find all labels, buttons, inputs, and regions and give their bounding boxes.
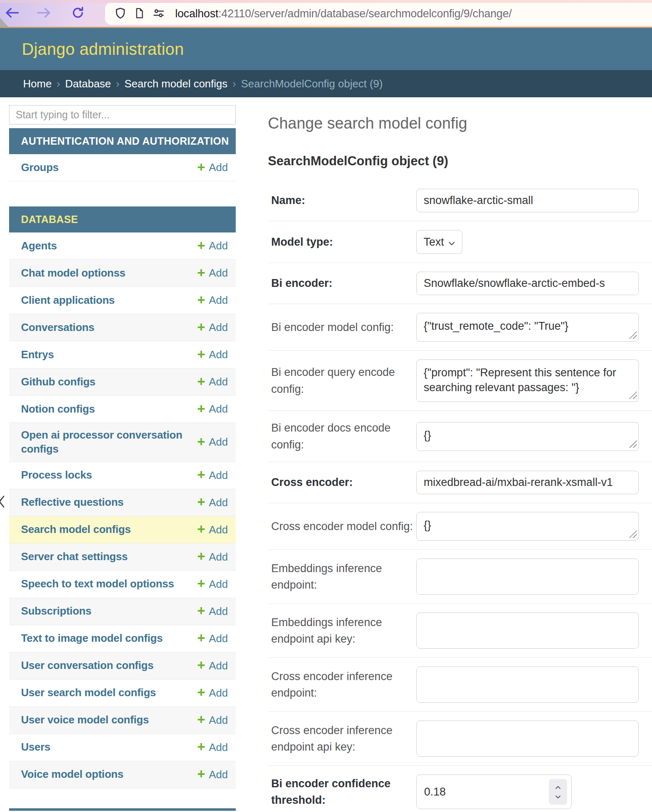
sidebar-model-link[interactable]: Chat model optionss <box>21 261 125 286</box>
model-type-label: Model type: <box>268 234 413 251</box>
sidebar-add-link[interactable]: +Add <box>197 161 228 174</box>
sidebar-item: Entrys +Add <box>9 341 236 368</box>
form-row: Cross encoder inference endpoint api key… <box>268 712 652 766</box>
sidebar-item: Client applications +Add <box>9 287 236 314</box>
sidebar-add-link[interactable]: +Add <box>197 469 228 482</box>
sidebar-add-link[interactable]: +Add <box>197 375 228 388</box>
sidebar-add-link[interactable]: +Add <box>197 239 228 252</box>
browser-back-button[interactable] <box>2 0 21 27</box>
plus-icon: + <box>197 768 205 780</box>
sidebar-model-link[interactable]: Agents <box>21 234 57 258</box>
plus-icon: + <box>197 605 205 617</box>
plus-icon: + <box>197 436 205 448</box>
plus-icon: + <box>197 161 205 174</box>
sidebar-model-link[interactable]: Users <box>21 735 50 760</box>
sidebar-model-link[interactable]: Github configs <box>21 370 96 394</box>
sidebar-add-link[interactable]: +Add <box>197 551 228 563</box>
sidebar-model-link[interactable]: Open ai processor conversation configs <box>21 423 183 462</box>
cross-encoder-inference-endpoint-api-key-input[interactable] <box>416 720 639 757</box>
spinner-up-icon[interactable] <box>555 784 561 791</box>
cross-encoder-input[interactable] <box>416 471 639 494</box>
sidebar-add-link[interactable]: +Add <box>197 714 228 727</box>
embeddings-inference-endpoint-api-key-input[interactable] <box>416 613 639 649</box>
breadcrumb-database-link[interactable]: Database <box>65 77 111 90</box>
sidebar-add-link[interactable]: +Add <box>197 687 228 699</box>
site-title-link[interactable]: Django administration <box>22 40 184 59</box>
sidebar-add-link[interactable]: +Add <box>197 741 228 754</box>
bi-encoder-confidence-threshold-input[interactable] <box>416 774 572 809</box>
sidebar-model-link[interactable]: Search model configs <box>21 517 131 542</box>
sidebar-add-link[interactable]: +Add <box>197 578 228 591</box>
sidebar-empty-row <box>9 181 236 207</box>
browser-chrome: localhost:42110/server/admin/database/se… <box>0 0 652 28</box>
sidebar-add-link[interactable]: +Add <box>197 348 228 361</box>
sidebar-add-link[interactable]: +Add <box>197 632 228 645</box>
back-arrow-icon <box>4 7 20 21</box>
sidebar-model-link[interactable]: Subscriptions <box>21 599 91 624</box>
bi-encoder-input[interactable] <box>416 272 639 295</box>
browser-forward-button[interactable] <box>35 0 54 27</box>
sidebar-add-link[interactable]: +Add <box>197 605 228 618</box>
sidebar-add-link[interactable]: +Add <box>197 321 228 334</box>
number-spinner[interactable] <box>549 779 567 805</box>
sidebar-sections: AUTHENTICATION AND AUTHORIZATION Groups … <box>9 128 236 789</box>
form-row: Bi encoder model config: <box>268 304 652 351</box>
spinner-down-icon[interactable] <box>555 793 561 800</box>
bi-encoder-model-config-textarea[interactable] <box>416 313 639 342</box>
url-bar[interactable]: localhost:42110/server/admin/database/se… <box>105 3 652 25</box>
cross-encoder-inference-endpoint-input[interactable] <box>416 666 639 703</box>
sidebar-item: Github configs +Add <box>9 368 236 396</box>
sidebar-model-link[interactable]: User conversation configs <box>21 653 154 678</box>
breadcrumb-search-model-configs-link[interactable]: Search model configs <box>124 77 227 90</box>
sidebar-model-link[interactable]: User voice model configs <box>21 708 149 732</box>
sidebar-add-link[interactable]: +Add <box>197 496 228 509</box>
cross-encoder-model-config-textarea[interactable] <box>416 512 639 541</box>
sidebar-filter-input[interactable] <box>9 105 236 124</box>
plus-icon: + <box>197 577 205 590</box>
sidebar-model-link[interactable]: Groups <box>21 155 59 180</box>
form-row: Name: <box>268 180 652 221</box>
page-info-icon[interactable] <box>134 7 145 21</box>
sidebar-model-link[interactable]: Entrys <box>21 343 54 367</box>
sidebar-model-link[interactable]: Server chat settingss <box>21 544 128 569</box>
sidebar-model-link[interactable]: Conversations <box>21 315 94 340</box>
plus-icon: + <box>197 550 205 563</box>
browser-refresh-button[interactable] <box>68 0 87 27</box>
url-text[interactable]: localhost:42110/server/admin/database/se… <box>175 7 512 20</box>
bi-encoder-model-config-label: Bi encoder model config: <box>268 319 413 336</box>
model-type-select[interactable]: Text <box>416 230 462 254</box>
sidebar-model-link[interactable]: Client applications <box>21 288 115 313</box>
sidebar-add-link[interactable]: +Add <box>197 294 228 307</box>
shield-icon[interactable] <box>114 7 127 21</box>
breadcrumb-home-link[interactable]: Home <box>23 77 52 90</box>
sidebar-add-link[interactable]: +Add <box>197 659 228 672</box>
plus-icon: + <box>197 632 205 644</box>
sidebar-model-link[interactable]: Notion configs <box>21 397 95 422</box>
bi-encoder-docs-encode-config-textarea[interactable] <box>416 422 639 451</box>
sidebar-add-link[interactable]: +Add <box>197 768 228 781</box>
cross-encoder-inference-endpoint-label: Cross encoder inference endpoint: <box>268 668 413 702</box>
sidebar-collapse-toggle[interactable] <box>0 495 5 510</box>
plus-icon: + <box>197 469 205 481</box>
sidebar-model-link[interactable]: Reflective questions <box>21 490 124 515</box>
sidebar-model-link[interactable]: Process locks <box>21 463 92 488</box>
name-input[interactable] <box>416 189 639 212</box>
permissions-sliders-icon[interactable] <box>152 7 165 21</box>
sidebar-model-link[interactable]: Speech to text model optionss <box>21 572 174 596</box>
sidebar-item: Search model configs +Add <box>9 516 236 544</box>
form-row: Bi encoder: <box>268 263 652 304</box>
bi-encoder-query-encode-config-textarea[interactable] <box>416 359 639 402</box>
sidebar-add-link[interactable]: +Add <box>197 267 228 279</box>
embeddings-inference-endpoint-input[interactable] <box>416 559 639 595</box>
sidebar-add-link[interactable]: +Add <box>197 403 228 415</box>
sidebar-model-link[interactable]: User search model configs <box>21 681 156 705</box>
form-row: Cross encoder: <box>268 462 652 503</box>
form-row: Embeddings inference endpoint api key: <box>268 604 652 658</box>
sidebar-section: DATABASE Agents +Add Chat model optionss… <box>9 207 236 789</box>
field-control <box>413 559 652 595</box>
sidebar-add-link[interactable]: +Add <box>197 436 228 448</box>
plus-icon: + <box>197 403 205 415</box>
sidebar-add-link[interactable]: +Add <box>197 523 228 536</box>
sidebar-model-link[interactable]: Text to image model configs <box>21 626 163 651</box>
sidebar-model-link[interactable]: Voice model options <box>21 762 124 787</box>
